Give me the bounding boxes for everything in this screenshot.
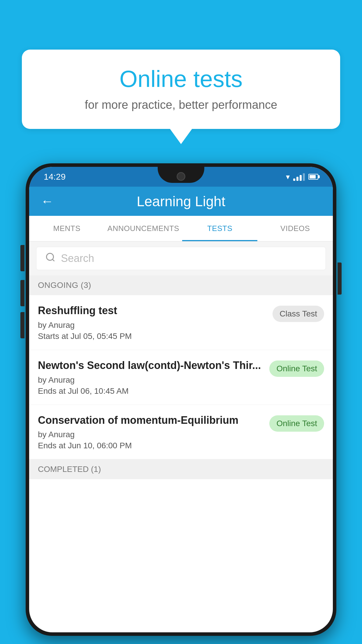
svg-point-0	[47, 253, 54, 260]
search-icon	[45, 252, 56, 265]
ongoing-section-header: ONGOING (3)	[29, 275, 333, 295]
speech-bubble-subtitle: for more practice, better performance	[39, 98, 323, 111]
search-bar[interactable]: Search	[36, 247, 326, 270]
test-item-1[interactable]: Reshuffling test by Anurag Starts at Jul…	[29, 295, 333, 350]
completed-section-header: COMPLETED (1)	[29, 459, 333, 479]
test-name-2: Newton's Second law(contd)-Newton's Thir…	[38, 359, 263, 372]
status-icons: ▾	[286, 172, 318, 181]
completed-label: COMPLETED (1)	[38, 465, 101, 474]
camera	[177, 172, 185, 181]
speech-bubble: Online tests for more practice, better p…	[22, 50, 340, 129]
search-placeholder: Search	[61, 252, 94, 265]
test-author-3: by Anurag	[38, 430, 263, 439]
notch	[158, 167, 204, 183]
test-time-2: Ends at Jul 06, 10:45 AM	[38, 386, 263, 396]
test-info-1: Reshuffling test by Anurag Starts at Jul…	[38, 304, 267, 341]
tab-bar: MENTS ANNOUNCEMENTS TESTS VIDEOS	[29, 216, 333, 242]
wifi-icon: ▾	[286, 172, 290, 181]
test-name-3: Conservation of momentum-Equilibrium	[38, 414, 263, 427]
test-time-1: Starts at Jul 05, 05:45 PM	[38, 332, 267, 341]
phone-frame: 14:29 ▾	[26, 163, 336, 644]
tab-announcements[interactable]: ANNOUNCEMENTS	[105, 216, 182, 241]
tab-ments[interactable]: MENTS	[29, 216, 105, 241]
ongoing-label: ONGOING (3)	[38, 281, 91, 290]
app-title: Learning Light	[62, 193, 321, 209]
test-name-1: Reshuffling test	[38, 304, 267, 318]
signal-icon	[293, 173, 305, 181]
speech-bubble-title: Online tests	[39, 66, 323, 92]
battery-icon	[308, 174, 318, 180]
phone-outer: 14:29 ▾	[26, 163, 336, 636]
test-author-2: by Anurag	[38, 375, 263, 385]
phone-screen: 14:29 ▾	[29, 167, 333, 632]
app-header: ← Learning Light	[29, 187, 333, 216]
back-button[interactable]: ←	[41, 194, 54, 209]
test-badge-2: Online Test	[269, 360, 324, 377]
test-item-3[interactable]: Conservation of momentum-Equilibrium by …	[29, 405, 333, 460]
test-author-1: by Anurag	[38, 321, 267, 330]
test-info-2: Newton's Second law(contd)-Newton's Thir…	[38, 359, 263, 396]
tab-tests[interactable]: TESTS	[182, 216, 258, 241]
status-bar: 14:29 ▾	[29, 167, 333, 187]
test-badge-3: Online Test	[269, 415, 324, 432]
test-time-3: Ends at Jun 10, 06:00 PM	[38, 441, 263, 450]
search-container: Search	[29, 242, 333, 275]
test-list: Reshuffling test by Anurag Starts at Jul…	[29, 295, 333, 459]
status-time: 14:29	[44, 172, 66, 182]
svg-line-1	[52, 259, 55, 261]
test-item-2[interactable]: Newton's Second law(contd)-Newton's Thir…	[29, 350, 333, 405]
tab-videos[interactable]: VIDEOS	[257, 216, 333, 241]
test-badge-1: Class Test	[273, 306, 324, 322]
test-info-3: Conservation of momentum-Equilibrium by …	[38, 414, 263, 451]
